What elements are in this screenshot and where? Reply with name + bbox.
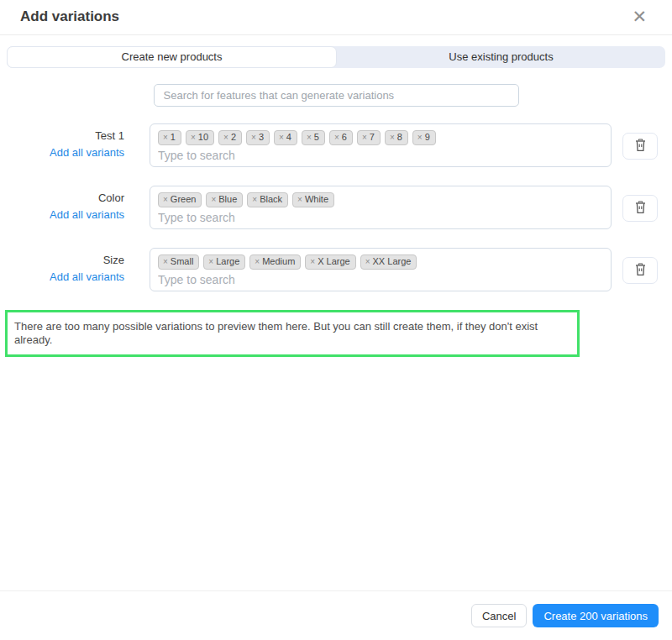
variant-tag[interactable]: × Small bbox=[158, 254, 199, 270]
delete-feature-button[interactable] bbox=[622, 133, 658, 160]
feature-row-left: Test 1 Add all variants bbox=[0, 123, 124, 159]
variant-tag[interactable]: × Blue bbox=[206, 192, 243, 207]
feature-row: Color Add all variants × Green × Blue × … bbox=[0, 186, 672, 229]
feature-label: Test 1 bbox=[0, 129, 124, 142]
variant-tag-label: 1 bbox=[171, 132, 176, 143]
variant-tag-label: Large bbox=[216, 256, 239, 267]
variant-tag-label: 6 bbox=[342, 132, 347, 143]
variant-tag-label: 7 bbox=[370, 132, 375, 143]
variant-tags-box[interactable]: × Green × Blue × Black × White bbox=[150, 186, 612, 229]
modal-title: Add variations bbox=[20, 8, 119, 25]
remove-tag-icon[interactable]: × bbox=[417, 132, 423, 143]
variant-tag[interactable]: × 3 bbox=[246, 130, 270, 145]
remove-tag-icon[interactable]: × bbox=[252, 194, 257, 205]
variant-tags: × 1 × 10 × 2 × 3 × 4 × 5 × 6 × 7 × 8 × 9 bbox=[158, 130, 603, 145]
variant-tag-label: 9 bbox=[425, 132, 430, 143]
variant-tag-label: 4 bbox=[286, 132, 291, 143]
remove-tag-icon[interactable]: × bbox=[365, 256, 370, 267]
variant-tag[interactable]: × Black bbox=[247, 192, 288, 207]
feature-rows: Test 1 Add all variants × 1 × 10 × 2 × 3… bbox=[0, 123, 672, 291]
variant-tag-label: White bbox=[305, 194, 328, 205]
variant-tag-label: XX Large bbox=[373, 256, 412, 267]
variant-tag-label: 10 bbox=[198, 132, 208, 143]
trash-icon bbox=[634, 139, 647, 155]
variant-tags-box[interactable]: × 1 × 10 × 2 × 3 × 4 × 5 × 6 × 7 × 8 × 9 bbox=[150, 123, 612, 167]
feature-row-left: Color Add all variants bbox=[0, 186, 124, 221]
remove-tag-icon[interactable]: × bbox=[163, 194, 168, 205]
variant-tag-label: Black bbox=[260, 194, 282, 205]
feature-row-left: Size Add all variants bbox=[0, 248, 124, 283]
search-input[interactable] bbox=[154, 84, 519, 107]
trash-icon bbox=[634, 201, 647, 217]
tab-bar: Create new products Use existing product… bbox=[7, 46, 665, 68]
variant-tags: × Green × Blue × Black × White bbox=[158, 192, 603, 207]
remove-tag-icon[interactable]: × bbox=[307, 132, 312, 143]
variant-tag-label: Medium bbox=[262, 256, 295, 267]
variant-tag[interactable]: × 1 bbox=[158, 130, 181, 145]
variant-tag-label: 3 bbox=[259, 132, 264, 143]
variant-tag[interactable]: × 9 bbox=[412, 130, 436, 145]
variant-tag-label: 2 bbox=[231, 132, 236, 143]
remove-tag-icon[interactable]: × bbox=[208, 256, 213, 267]
variant-tag[interactable]: × 10 bbox=[186, 130, 214, 145]
feature-row: Size Add all variants × Small × Large × … bbox=[0, 248, 672, 291]
variant-tag-label: 5 bbox=[314, 132, 319, 143]
variant-tag[interactable]: × Large bbox=[203, 254, 245, 270]
add-all-variants-link[interactable]: Add all variants bbox=[0, 208, 124, 221]
remove-tag-icon[interactable]: × bbox=[223, 132, 228, 143]
remove-tag-icon[interactable]: × bbox=[211, 194, 216, 205]
variant-tag[interactable]: × Medium bbox=[249, 254, 301, 270]
variant-tag-label: Green bbox=[171, 194, 197, 205]
variant-tag[interactable]: × XX Large bbox=[360, 254, 417, 270]
feature-label: Color bbox=[0, 191, 124, 204]
create-variations-button[interactable]: Create 200 variations bbox=[533, 604, 659, 627]
remove-tag-icon[interactable]: × bbox=[310, 256, 315, 267]
remove-tag-icon[interactable]: × bbox=[334, 132, 339, 143]
variant-tags: × Small × Large × Medium × X Large × XX … bbox=[158, 254, 603, 270]
cancel-button[interactable]: Cancel bbox=[471, 604, 527, 627]
delete-feature-button[interactable] bbox=[622, 195, 658, 222]
modal-header: Add variations ✕ bbox=[0, 0, 672, 35]
delete-feature-button[interactable] bbox=[622, 257, 658, 284]
variant-tag-label: Blue bbox=[218, 194, 237, 205]
variant-search-input[interactable] bbox=[158, 273, 603, 286]
remove-tag-icon[interactable]: × bbox=[297, 194, 302, 205]
remove-tag-icon[interactable]: × bbox=[255, 256, 260, 267]
variant-tag[interactable]: × X Large bbox=[305, 254, 355, 270]
variant-tag[interactable]: × White bbox=[292, 192, 334, 207]
variant-tags-box[interactable]: × Small × Large × Medium × X Large × XX … bbox=[150, 248, 612, 291]
variant-search-input[interactable] bbox=[158, 211, 603, 224]
tab-use-existing-products[interactable]: Use existing products bbox=[337, 46, 665, 68]
variant-tag-label: X Large bbox=[318, 256, 350, 267]
feature-label: Size bbox=[0, 254, 124, 266]
feature-row: Test 1 Add all variants × 1 × 10 × 2 × 3… bbox=[0, 123, 672, 167]
too-many-variations-notice: There are too many possible variations t… bbox=[5, 310, 580, 357]
close-icon[interactable]: ✕ bbox=[628, 8, 650, 25]
variant-tag-label: Small bbox=[171, 256, 194, 267]
remove-tag-icon[interactable]: × bbox=[362, 132, 367, 143]
variant-tag[interactable]: × 2 bbox=[218, 130, 242, 145]
variant-tag[interactable]: × 5 bbox=[302, 130, 325, 145]
add-all-variants-link[interactable]: Add all variants bbox=[0, 270, 124, 283]
remove-tag-icon[interactable]: × bbox=[279, 132, 284, 143]
remove-tag-icon[interactable]: × bbox=[163, 256, 168, 267]
variant-tag[interactable]: × Green bbox=[158, 192, 202, 207]
variant-tag-label: 8 bbox=[397, 132, 402, 143]
variant-tag[interactable]: × 6 bbox=[329, 130, 353, 145]
modal-footer: Cancel Create 200 variations bbox=[0, 590, 672, 640]
remove-tag-icon[interactable]: × bbox=[163, 132, 168, 143]
search-wrap bbox=[0, 84, 672, 107]
variant-tag[interactable]: × 7 bbox=[357, 130, 381, 145]
trash-icon bbox=[634, 263, 647, 279]
tab-create-new-products[interactable]: Create new products bbox=[7, 46, 337, 68]
add-all-variants-link[interactable]: Add all variants bbox=[0, 146, 124, 159]
variant-tag[interactable]: × 8 bbox=[385, 130, 408, 145]
remove-tag-icon[interactable]: × bbox=[390, 132, 395, 143]
variant-search-input[interactable] bbox=[158, 149, 603, 162]
remove-tag-icon[interactable]: × bbox=[251, 132, 256, 143]
remove-tag-icon[interactable]: × bbox=[191, 132, 196, 143]
variant-tag[interactable]: × 4 bbox=[274, 130, 297, 145]
